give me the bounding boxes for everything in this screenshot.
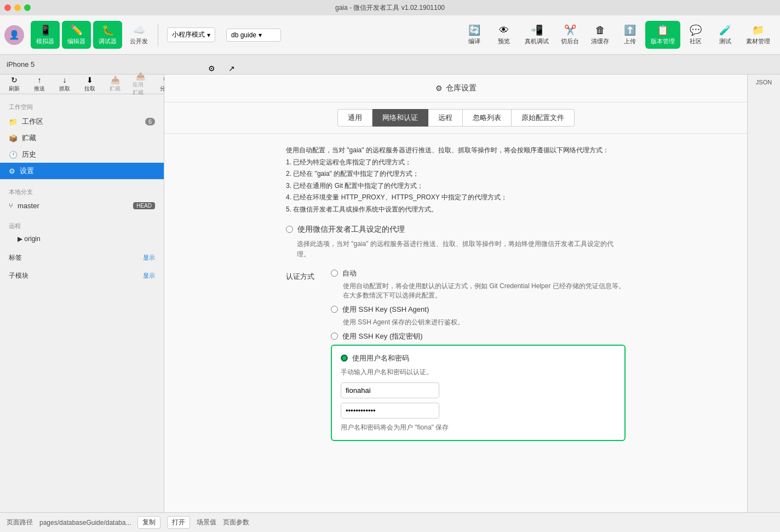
auth-ssh-key-radio[interactable] xyxy=(331,333,338,340)
refresh-button[interactable]: ↻ 刷新 xyxy=(2,75,26,94)
history-icon: 🕐 xyxy=(9,151,18,159)
sidebar-item-history[interactable]: 🕐 历史 xyxy=(0,146,164,163)
right-panel-json-label: JSON xyxy=(754,77,774,88)
auth-ssh-key-label: 使用 SSH Key (指定密钥) xyxy=(342,331,423,341)
sidebar-content: 工作空间 📁 工作区 6 📦 贮藏 🕐 历史 ⚙ 设置 本地分支 ⑂ ma xyxy=(0,94,164,512)
device-label: iPhone 5 xyxy=(7,60,35,68)
auth-username-password-box: 使用用户名和密码 手动输入用户名和密码以认证。 用户名和密码将会为用户 "fio… xyxy=(331,345,626,441)
clear-cache-icon: 🗑 xyxy=(595,25,605,36)
tab-network[interactable]: 网络和认证 xyxy=(372,109,428,127)
submodules-title: 子模块 xyxy=(9,271,28,281)
path-label: 页面路径 xyxy=(7,518,33,527)
sidebar-item-settings[interactable]: ⚙ 设置 xyxy=(0,163,164,179)
real-machine-button[interactable]: 📲 真机调试 xyxy=(519,21,554,49)
tab-remote[interactable]: 远程 xyxy=(428,109,463,127)
version-mgr-button[interactable]: 📋 版本管理 xyxy=(645,21,680,49)
cloud-label: 云开发 xyxy=(130,37,148,45)
cut-backend-button[interactable]: ✂️ 切后台 xyxy=(555,21,584,49)
sidebar-item-stash[interactable]: 📦 贮藏 xyxy=(0,130,164,146)
settings-tabs: 通用 网络和认证 远程 忽略列表 原始配置文件 xyxy=(164,102,747,134)
close-button[interactable] xyxy=(4,4,11,11)
push-icon: ↑ xyxy=(38,76,42,84)
editor-button[interactable]: ✏️ 编辑器 xyxy=(62,21,91,49)
tags-title: 标签 xyxy=(9,253,22,262)
submodules-row: 子模块 显示 xyxy=(0,268,164,284)
main-area: ↻ 刷新 ↑ 推送 ↓ 抓取 ⬇ 拉取 📥 贮藏 📤 应用贮藏 xyxy=(0,75,780,512)
community-button[interactable]: 💬 社区 xyxy=(681,21,710,49)
avatar[interactable]: 👤 xyxy=(4,25,24,45)
mode-selector[interactable]: 小程序模式 ▾ xyxy=(167,27,215,42)
wechat-proxy-label: 使用微信开发者工具设定的代理 xyxy=(297,225,405,234)
auth-username-password-label: 使用用户名和密码 xyxy=(352,353,409,363)
head-badge: HEAD xyxy=(133,202,155,209)
simulator-button[interactable]: 📱 模拟器 xyxy=(31,21,60,49)
sidebar-item-workspace[interactable]: 📁 工作区 6 xyxy=(0,113,164,130)
db-selector-arrow: ▾ xyxy=(259,31,262,39)
sidebar-item-origin[interactable]: ▶ origin xyxy=(0,232,164,245)
copy-button[interactable]: 复制 xyxy=(137,516,160,529)
debugger-label: 调试器 xyxy=(99,37,117,45)
auth-ssh-agent-radio[interactable] xyxy=(331,306,338,313)
compile-button[interactable]: 🔄 编译 xyxy=(460,21,489,49)
tags-row: 标签 显示 xyxy=(0,250,164,266)
cloud-button[interactable]: ☁️ 云开发 xyxy=(124,21,153,49)
terminal-icon: ↗ xyxy=(228,64,235,73)
auth-ssh-agent-option: 使用 SSH Key (SSH Agent) xyxy=(331,305,626,314)
minimize-button[interactable] xyxy=(14,4,21,11)
auth-ssh-agent-label: 使用 SSH Key (SSH Agent) xyxy=(342,305,429,314)
tags-show-link[interactable]: 显示 xyxy=(143,254,155,262)
db-selector[interactable]: db guide ▾ xyxy=(226,28,281,42)
stash-apply-button[interactable]: 📤 应用贮藏 xyxy=(128,71,152,98)
title-bar: gaia - 微信开发者工具 v1.02.1901100 xyxy=(0,0,780,15)
network-settings-content: 使用自动配置，当对 "gaia" 的远程服务器进行推送、拉取、抓取等操作时，将会… xyxy=(264,134,647,452)
auth-options-container: 自动 使用自动配置时，将会使用默认的认证方式，例如 Git Credential… xyxy=(331,268,626,441)
simulator-icon: 📱 xyxy=(39,24,51,36)
workspace-icon: 📁 xyxy=(9,118,18,126)
auto-config-desc: 使用自动配置，当对 "gaia" 的远程服务器进行推送、拉取、抓取等操作时，将会… xyxy=(286,145,626,216)
preview-button[interactable]: 👁 预览 xyxy=(490,21,518,49)
submodules-show-link[interactable]: 显示 xyxy=(143,272,155,280)
mode-selector-label: 小程序模式 xyxy=(172,30,205,39)
separator-1 xyxy=(158,24,158,46)
open-button[interactable]: 打开 xyxy=(167,516,190,529)
asset-mgr-button[interactable]: 📁 素材管理 xyxy=(741,21,776,49)
right-panel: JSON xyxy=(747,75,780,512)
real-machine-icon: 📲 xyxy=(531,24,543,36)
clear-cache-button[interactable]: 🗑 清缓存 xyxy=(586,21,615,49)
cut-backend-icon: ✂️ xyxy=(564,24,576,36)
wechat-proxy-option: 使用微信开发者工具设定的代理 xyxy=(286,225,626,234)
test-button[interactable]: 🧪 测试 xyxy=(711,21,739,49)
maximize-button[interactable] xyxy=(24,4,31,11)
page-params-label: 页面参数 xyxy=(223,518,249,527)
wechat-proxy-radio[interactable] xyxy=(286,226,293,233)
simulator-label: 模拟器 xyxy=(36,37,54,45)
stash-save-button[interactable]: 📥 贮藏 xyxy=(103,75,127,94)
pull-icon: ⬇ xyxy=(87,76,93,84)
compile-icon: 🔄 xyxy=(468,24,480,36)
db-selector-label: db guide xyxy=(231,31,256,39)
device-bar: iPhone 5 xyxy=(0,55,780,75)
username-input[interactable] xyxy=(341,382,439,398)
auth-auto-desc: 使用自动配置时，将会使用默认的认证方式，例如 Git Credential He… xyxy=(343,282,626,300)
remote-title: 远程 xyxy=(0,218,164,232)
auth-username-password-radio[interactable] xyxy=(341,354,348,362)
push-button[interactable]: ↑ 推送 xyxy=(27,75,51,94)
tab-raw-config[interactable]: 原始配置文件 xyxy=(512,109,575,127)
content-area: ⚙ 仓库设置 通用 网络和认证 远程 忽略列表 原始配置文件 xyxy=(164,75,747,512)
auth-auto-radio[interactable] xyxy=(331,270,338,277)
tab-ignore[interactable]: 忽略列表 xyxy=(463,109,512,127)
password-input[interactable] xyxy=(341,403,439,419)
local-branch-title: 本地分支 xyxy=(0,184,164,198)
cloud-icon: ☁️ xyxy=(133,24,145,36)
sidebar-item-master[interactable]: ⑂ master HEAD xyxy=(0,198,164,213)
debugger-button[interactable]: 🐛 调试器 xyxy=(93,21,122,49)
fetch-button[interactable]: ↓ 抓取 xyxy=(53,75,77,94)
window-title: gaia - 微信开发者工具 v1.02.1901100 xyxy=(335,3,445,13)
auth-ssh-key-option: 使用 SSH Key (指定密钥) xyxy=(331,331,626,341)
upload-button[interactable]: ⬆️ 上传 xyxy=(616,21,644,49)
wechat-proxy-desc: 选择此选项，当对 "gaia" 的远程服务器进行推送、拉取、抓取等操作时，将始终… xyxy=(297,239,626,260)
traffic-lights[interactable] xyxy=(4,4,31,11)
stash-icon: 📦 xyxy=(9,134,18,142)
tab-general[interactable]: 通用 xyxy=(337,109,372,127)
pull-button[interactable]: ⬇ 拉取 xyxy=(78,75,102,94)
